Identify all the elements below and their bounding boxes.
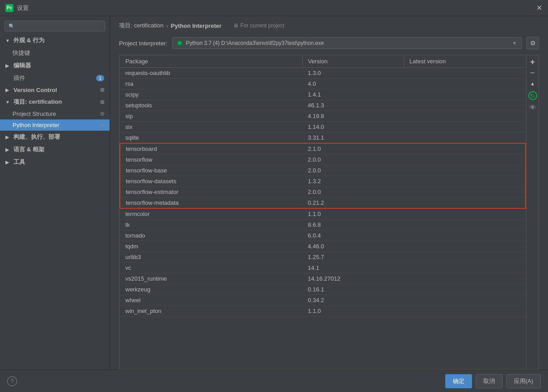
sidebar-item-python-interpreter[interactable]: Python Interpreter ⊞ (0, 119, 110, 131)
package-latest-version (404, 132, 526, 144)
package-version: 3.31.1 (302, 132, 404, 144)
table-row[interactable]: tornado6.0.4 (120, 230, 526, 241)
table-row[interactable]: tensorflow-estimator2.0.0 (120, 187, 526, 198)
sidebar-item-label: 语言 & 框架 (13, 145, 44, 154)
search-icon: 🔍 (9, 23, 15, 29)
table-row[interactable]: tensorflow2.0.0 (120, 154, 526, 165)
sidebar-item-plugins[interactable]: 插件 1 (0, 72, 110, 84)
expand-arrow-tools: ▶ (5, 160, 11, 165)
package-name: setuptools (120, 100, 302, 111)
sidebar-item-build[interactable]: ▶ 构建、执行、部署 (0, 131, 110, 143)
package-name: tensorboard (120, 143, 302, 154)
table-row[interactable]: six1.14.0 (120, 122, 526, 132)
package-latest-version (404, 165, 526, 176)
package-latest-version (404, 89, 526, 100)
table-row[interactable]: tqdm4.46.0 (120, 241, 526, 252)
breadcrumb: 项目: certification › Python Interpreter 🖥… (110, 16, 548, 33)
table-row[interactable]: vc14.1 (120, 263, 526, 273)
package-latest-version (404, 68, 526, 79)
table-row[interactable]: rsa4.0 (120, 79, 526, 89)
search-box[interactable]: 🔍 (4, 21, 105, 31)
sidebar-item-label: 插件 (13, 74, 25, 82)
sidebar-item-project[interactable]: ▼ 项目: certification ⊞ (0, 96, 110, 108)
package-latest-version (404, 220, 526, 230)
table-row[interactable]: tk8.6.8 (120, 220, 526, 230)
package-latest-version (404, 230, 526, 241)
table-row[interactable]: vs2015_runtime14.16.27012 (120, 273, 526, 284)
package-version: 0.34.2 (302, 295, 404, 306)
sidebar-item-label: 编辑器 (13, 62, 31, 70)
sidebar-item-version-control[interactable]: ▶ Version Control ⊞ (0, 84, 110, 96)
interpreter-row: Project Interpreter: Python 3.7 (4) D:\A… (110, 33, 548, 53)
table-row[interactable]: tensorboard2.1.0 (120, 143, 526, 154)
help-icon: ? (10, 378, 13, 384)
package-latest-version (404, 111, 526, 122)
interpreter-select-dropdown[interactable]: Python 3.7 (4) D:\Anaconda3\envs\tf2py37… (172, 37, 522, 49)
app-icon: Pc (5, 4, 13, 12)
table-row[interactable]: termcolor1.1.0 (120, 208, 526, 220)
apply-button[interactable]: 应用(A) (506, 374, 541, 388)
scroll-up-button[interactable]: ▲ (528, 79, 538, 88)
help-button[interactable]: ? (7, 376, 17, 386)
package-latest-version (404, 187, 526, 198)
dialog-actions: 确定 取消 应用(A) (445, 374, 541, 388)
expand-arrow-build: ▶ (5, 135, 11, 140)
settings-dialog: Pc 设置 ✕ 🔍 ▼ 外观 & 行为 快捷键 ▶ 编辑器 (0, 0, 548, 392)
package-name: tensorflow-base (120, 165, 302, 176)
table-row[interactable]: win_inet_pton1.1.0 (120, 306, 526, 317)
sidebar-item-label: Project Structure (13, 110, 56, 117)
package-latest-version (404, 284, 526, 295)
search-input[interactable] (18, 23, 101, 29)
sidebar-item-project-structure[interactable]: Project Structure ⊞ (0, 108, 110, 119)
table-row[interactable]: wheel0.34.2 (120, 295, 526, 306)
table-row[interactable]: sqlite3.31.1 (120, 132, 526, 144)
package-name: sip (120, 111, 302, 122)
sidebar-item-language[interactable]: ▶ 语言 & 框架 (0, 143, 110, 156)
close-button[interactable]: ✕ (535, 4, 543, 12)
table-row[interactable]: tensorflow-metadata0.21.2 (120, 198, 526, 209)
package-name: requests-oauthlib (120, 68, 302, 79)
sidebar-item-appearance[interactable]: ▼ 外观 & 行为 (0, 34, 110, 47)
package-latest-version (404, 79, 526, 89)
package-version: 14.1 (302, 263, 404, 273)
table-row[interactable]: werkzeug0.16.1 (120, 284, 526, 295)
table-row[interactable]: requests-oauthlib1.3.0 (120, 68, 526, 79)
sidebar-item-tools[interactable]: ▶ 工具 (0, 156, 110, 168)
package-latest-version (404, 154, 526, 165)
add-package-button[interactable]: + (528, 57, 538, 67)
toggle-view-button[interactable]: 👁 (528, 103, 538, 113)
col-header-version: Version (302, 55, 404, 68)
sidebar-item-editor[interactable]: ▶ 编辑器 (0, 59, 110, 72)
breadcrumb-for-project: 🖥 For current project (233, 22, 284, 29)
copy-icon: ⊞ (100, 87, 104, 93)
cancel-button[interactable]: 取消 (476, 374, 503, 388)
package-latest-version (404, 273, 526, 284)
package-version: 1.1.0 (302, 208, 404, 220)
table-row[interactable]: tensorflow-datasets1.3.2 (120, 176, 526, 187)
package-version: 4.19.8 (302, 111, 404, 122)
package-latest-version (404, 198, 526, 209)
package-name: wheel (120, 295, 302, 306)
table-row[interactable]: tensorflow-base2.0.0 (120, 165, 526, 176)
col-header-package: Package (120, 55, 302, 68)
package-table-container[interactable]: Package Version Latest version requests-… (119, 55, 526, 369)
remove-package-button[interactable]: − (528, 68, 538, 78)
sidebar-item-keymap[interactable]: 快捷键 (0, 47, 110, 59)
refresh-button[interactable]: ↻ (528, 91, 537, 100)
table-row[interactable]: urllib31.25.7 (120, 252, 526, 263)
package-name: tensorflow-datasets (120, 176, 302, 187)
bottom-bar: ? 确定 取消 应用(A) (0, 370, 548, 392)
interpreter-settings-button[interactable]: ⚙ (526, 37, 539, 49)
side-actions-panel: + − ▲ ↻ 👁 (526, 55, 539, 369)
package-latest-version (404, 263, 526, 273)
package-version: 2.0.0 (302, 154, 404, 165)
table-row[interactable]: scipy1.4.1 (120, 89, 526, 100)
package-name: tensorflow (120, 154, 302, 165)
table-row[interactable]: sip4.19.8 (120, 111, 526, 122)
package-name: six (120, 122, 302, 132)
table-row[interactable]: setuptools46.1.3 (120, 100, 526, 111)
col-header-latest: Latest version (404, 55, 526, 68)
sidebar-item-label: 快捷键 (13, 49, 30, 57)
confirm-button[interactable]: 确定 (445, 374, 472, 388)
copy-icon3: ⊞ (100, 122, 104, 128)
